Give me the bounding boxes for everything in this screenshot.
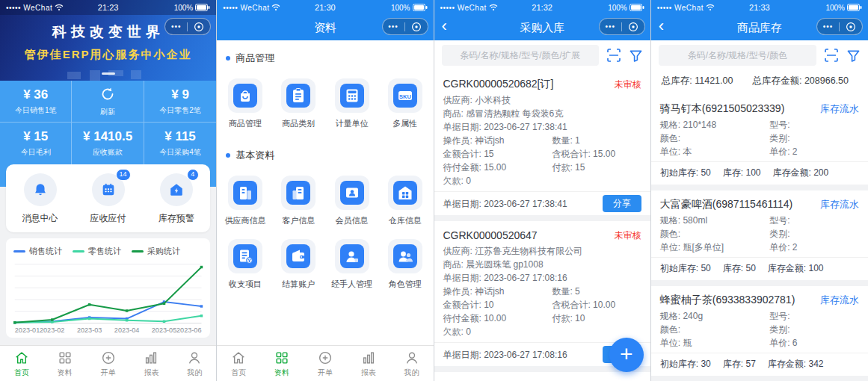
home-icon xyxy=(230,350,247,366)
section-basic-data: 基本资料 xyxy=(217,137,433,168)
more-icon[interactable]: ••• xyxy=(606,23,616,31)
status-badge: 未审核 xyxy=(615,78,641,91)
battery-icon xyxy=(195,4,210,11)
tile-member-info[interactable]: 会员信息 xyxy=(325,170,378,233)
tile-product-category[interactable]: 商品类别 xyxy=(272,72,325,136)
miniprogram-capsule[interactable]: ••• xyxy=(816,18,863,35)
miniprogram-capsule[interactable]: ••• xyxy=(382,18,428,35)
exit-icon[interactable] xyxy=(194,22,204,32)
filter-icon[interactable] xyxy=(846,49,861,63)
tile-product-management[interactable]: 商品管理 xyxy=(218,72,271,136)
tile-handler-management[interactable]: 经手人管理 xyxy=(325,233,378,297)
badge-count: 4 xyxy=(187,169,199,181)
tab-me[interactable]: 我的 xyxy=(173,346,216,381)
tab-data[interactable]: 资料 xyxy=(260,346,304,381)
search-input[interactable] xyxy=(442,45,599,66)
product-name: 大富豪啤酒(6987115461114) xyxy=(660,198,792,211)
order-card[interactable]: CGRK00000520682[订] 未审核 供应商: 小米科技 商品: 感冒清… xyxy=(434,70,650,215)
shortcut-message-center[interactable]: 消息中心 xyxy=(6,173,74,225)
status-bar: ••••• WeChat 21:33 100% xyxy=(651,0,868,15)
battery-indicator: 100% xyxy=(174,4,211,12)
inventory-card[interactable]: 蜂蜜柚子茶(6933833902781) 库存流水 规格: 240g型号: 颜色… xyxy=(651,286,868,376)
battery-indicator: 100% xyxy=(391,4,428,12)
tab-home[interactable]: 首页 xyxy=(0,346,43,381)
svg-text:2023-06: 2023-06 xyxy=(176,326,201,334)
stock-flow-link[interactable]: 库存流水 xyxy=(820,294,859,307)
tile-role-management[interactable]: 角色管理 xyxy=(378,233,431,297)
tab-bar: 首页 资料 开单 报表 我的 xyxy=(0,345,216,381)
status-bar: ••••• WeChat 21:23 100% xyxy=(0,0,216,15)
stock-summary: 初始库存: 30 库存: 57 库存金额: 342 xyxy=(651,353,868,376)
refresh-button[interactable]: 刷新 xyxy=(72,81,144,123)
tile-warehouse-info[interactable]: 仓库信息 xyxy=(378,170,431,233)
refresh-icon xyxy=(99,86,116,102)
stock-flow-link[interactable]: 库存流水 xyxy=(820,102,859,116)
more-icon[interactable]: ••• xyxy=(388,23,398,31)
back-button[interactable]: ‹ xyxy=(442,16,447,36)
badge-count: 14 xyxy=(116,169,131,181)
exit-icon[interactable] xyxy=(846,22,856,32)
svg-text:2023-01: 2023-01 xyxy=(15,326,40,334)
exit-icon[interactable] xyxy=(411,22,422,32)
svg-text:2023-03: 2023-03 xyxy=(77,326,102,334)
legend-sales: 销售统计 xyxy=(13,246,62,257)
home-banner: ••••• WeChat 21:23 100% ••• 科技改变世界 管伊佳ER… xyxy=(0,0,216,81)
tab-me[interactable]: 我的 xyxy=(390,346,434,381)
scan-icon[interactable] xyxy=(606,48,621,63)
tab-new-order[interactable]: 开单 xyxy=(304,346,347,381)
search-row xyxy=(651,40,868,70)
tile-income-expense[interactable]: 收支项目 xyxy=(218,233,271,297)
stat-today-retail[interactable]: ¥ 9 今日零售2笔 xyxy=(144,81,216,123)
add-order-fab[interactable]: + xyxy=(609,338,644,372)
miniprogram-capsule[interactable]: ••• xyxy=(599,18,645,35)
inventory-card[interactable]: 大富豪啤酒(6987115461114) 库存流水 规格: 580ml型号: 颜… xyxy=(651,190,868,280)
warehouse-icon xyxy=(393,181,417,205)
miniprogram-capsule[interactable]: ••• xyxy=(164,18,211,35)
share-button[interactable]: 分享 xyxy=(603,195,641,212)
tab-reports[interactable]: 报表 xyxy=(347,346,390,381)
shortcut-payables-receivables[interactable]: 14 应收应付 xyxy=(74,173,142,225)
order-number: CGRK00000520647 xyxy=(443,229,538,241)
tab-new-order[interactable]: 开单 xyxy=(87,346,130,381)
shortcut-stock-alert[interactable]: 4 库存预警 xyxy=(142,173,210,225)
more-icon[interactable]: ••• xyxy=(171,23,182,31)
tile-customer-info[interactable]: 客户信息 xyxy=(272,170,325,233)
bell-icon xyxy=(32,182,49,198)
stock-summary: 初始库存: 50 库存: 100 库存金额: 200 xyxy=(651,161,868,185)
order-number: CGRK00000520682[订] xyxy=(443,78,554,91)
people-icon xyxy=(393,244,417,268)
line-chart: 2023-012023-022023-032023-042023-052023-… xyxy=(10,260,206,336)
plus-circle-icon xyxy=(317,350,333,366)
stat-today-purchase[interactable]: ¥ 115 今日采购4笔 xyxy=(144,123,216,164)
tile-supplier-info[interactable]: 供应商信息 xyxy=(218,170,271,233)
bar-chart-icon xyxy=(360,350,377,366)
legend-purchase: 采购统计 xyxy=(132,246,180,257)
filter-icon[interactable] xyxy=(629,49,643,63)
order-list: CGRK00000520682[订] 未审核 供应商: 小米科技 商品: 感冒清… xyxy=(434,70,650,381)
data-menu-screen: ••••• WeChat 21:30 100% 资料 ••• 商品管理 xyxy=(217,0,434,381)
stat-today-profit[interactable]: ¥ 15 今日毛利 xyxy=(0,123,72,164)
inventory-card[interactable]: 骑马钉本(6921505023339) 库存流水 规格: 210*148型号: … xyxy=(651,95,868,185)
tile-settlement-account[interactable]: 结算账户 xyxy=(272,233,325,297)
tile-measure-unit[interactable]: 计量单位 xyxy=(325,72,378,136)
search-input[interactable] xyxy=(659,45,816,66)
tab-home[interactable]: 首页 xyxy=(217,346,260,381)
exit-icon[interactable] xyxy=(628,22,638,32)
person-icon xyxy=(340,244,364,268)
more-icon[interactable]: ••• xyxy=(823,23,834,31)
stat-today-sales[interactable]: ¥ 36 今日销售1笔 xyxy=(0,81,72,123)
building-icon xyxy=(286,181,310,205)
sku-icon: SKU xyxy=(393,84,417,108)
bar-chart-icon xyxy=(143,350,159,366)
tab-reports[interactable]: 报表 xyxy=(130,346,173,381)
ledger-icon xyxy=(233,244,257,268)
calculator-icon xyxy=(340,84,364,108)
plus-circle-icon xyxy=(100,350,117,366)
back-button[interactable]: ‹ xyxy=(659,16,664,36)
tile-multi-attribute[interactable]: SKU 多属性 xyxy=(378,72,431,136)
stat-receivables[interactable]: ¥ 1410.5 应收账款 xyxy=(72,123,144,164)
stock-flow-link[interactable]: 库存流水 xyxy=(820,198,859,211)
tab-data[interactable]: 资料 xyxy=(43,346,87,381)
scan-icon[interactable] xyxy=(824,48,839,63)
order-card[interactable]: CGRK00000520168 未审核 供应商: 供应商500 xyxy=(434,372,650,381)
